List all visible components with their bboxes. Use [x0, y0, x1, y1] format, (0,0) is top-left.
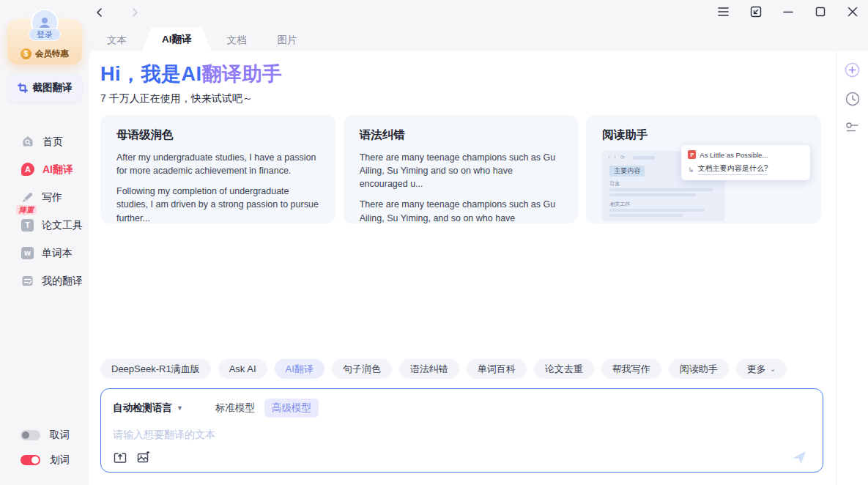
chip-help-write[interactable]: 帮我写作 — [601, 359, 661, 379]
reply-arrow-icon: ↳ — [688, 166, 694, 174]
card-grammar-check[interactable]: 语法纠错 There are many teenage champions su… — [344, 115, 579, 223]
screenshot-translate-label: 截图翻译 — [33, 81, 73, 95]
mock-pdf-name: As Little as Possible... — [700, 151, 768, 159]
chip-ai-translate[interactable]: AI翻译 — [275, 359, 324, 379]
mock-question: 文档主要内容是什么? — [698, 163, 768, 175]
feature-cards: 母语级润色 After my undergraduate studies, I … — [100, 115, 821, 223]
chip-reading-assistant[interactable]: 阅读助手 — [669, 359, 729, 379]
right-rail — [836, 51, 868, 485]
chevron-down-icon: ⌄ — [770, 366, 776, 373]
sidebar-item-home[interactable]: 首页 — [0, 127, 89, 155]
language-selector-label: 自动检测语言 — [113, 401, 172, 415]
chip-more[interactable]: 更多⌄ — [736, 359, 787, 379]
pen-icon — [21, 191, 34, 204]
nav-forward-button[interactable] — [128, 6, 141, 19]
chip-grammar-check[interactable]: 语法纠错 — [399, 359, 459, 379]
home-search-icon — [21, 135, 34, 148]
new-session-icon[interactable] — [845, 62, 860, 78]
sidebar-item-label: 论文工具 — [42, 220, 83, 230]
card-title: 阅读助手 — [602, 127, 805, 143]
card-title: 语法纠错 — [360, 127, 563, 143]
model-advanced-button[interactable]: 高级模型 — [264, 399, 319, 418]
sidebar-item-label: AI翻译 — [42, 164, 73, 174]
coin-icon: $ — [21, 48, 31, 59]
quick-action-chips: DeepSeek-R1满血版 Ask AI AI翻译 句子润色 语法纠错 单词百… — [100, 359, 787, 379]
chip-paper-dedup[interactable]: 论文去重 — [534, 359, 594, 379]
settings-slider-icon[interactable] — [845, 119, 860, 135]
sidebar-item-wordbook[interactable]: w 单词本 — [0, 239, 89, 267]
mock-chat-popup: P As Little as Possible... ↳ 文档主要内容是什么? — [681, 145, 810, 180]
screenshot-translate-button[interactable]: 截图翻译 — [7, 73, 82, 103]
window-controls — [717, 5, 858, 18]
mock-section-2: 相关工作 — [609, 201, 630, 208]
sidebar-item-label: 写作 — [42, 192, 62, 202]
minimize-icon[interactable] — [782, 5, 794, 18]
history-doc-icon — [21, 275, 34, 287]
pdf-icon: P — [688, 150, 696, 159]
capture-word-toggle[interactable] — [21, 430, 40, 440]
mock-menu-label: 主要内容 — [609, 166, 645, 177]
sidebar-item-my-translations[interactable]: 我的翻译 — [0, 267, 89, 295]
hero: Hi，我是AI翻译助手 7 千万人正在使用，快来试试吧～ — [100, 61, 283, 105]
chip-ask-ai[interactable]: Ask AI — [218, 359, 267, 379]
tab-document[interactable]: 文档 — [212, 29, 262, 52]
close-icon[interactable] — [846, 5, 858, 18]
chip-word-encyclopedia[interactable]: 单词百科 — [467, 359, 527, 379]
select-word-label: 划词 — [50, 453, 70, 467]
page-subtitle: 7 千万人正在使用，快来试试吧～ — [100, 92, 283, 105]
model-standard-button[interactable]: 标准模型 — [215, 401, 255, 415]
card-paragraph: Following my completion of undergraduate… — [116, 185, 319, 223]
translate-input[interactable]: 请输入想要翻译的文本 — [113, 429, 811, 442]
history-icon[interactable] — [845, 91, 860, 106]
mode-tabs: 文本 AI翻译 文档 图片 — [92, 27, 313, 51]
language-selector[interactable]: 自动检测语言 ▼ — [113, 401, 183, 415]
translate-composer: 自动检测语言 ▼ 标准模型 高级模型 请输入想要翻译的文本 — [100, 388, 823, 473]
capture-word-label: 取词 — [50, 429, 70, 442]
chip-deepseek[interactable]: DeepSeek-R1满血版 — [100, 359, 211, 379]
mock-browser-chrome: ‹ › ⟳ — [608, 155, 626, 160]
sidebar-item-label: 我的翻译 — [42, 275, 83, 286]
select-word-toggle[interactable] — [21, 455, 40, 465]
tab-ai-translate[interactable]: AI翻译 — [142, 27, 212, 52]
maximize-icon[interactable] — [814, 5, 826, 18]
card-title: 母语级润色 — [116, 127, 319, 143]
login-button[interactable]: 登录 — [29, 28, 61, 41]
member-offer-card[interactable]: 登录 $ 会员特惠 — [7, 19, 82, 64]
tab-image[interactable]: 图片 — [262, 29, 313, 52]
sidebar-toggles: 取词 划词 — [21, 425, 70, 475]
upload-image-icon[interactable] — [137, 451, 151, 465]
card-paragraph: There are many teenage champions such as… — [360, 198, 563, 223]
paper-tools-icon: T — [21, 219, 34, 232]
content-area: Hi，我是AI翻译助手 7 千万人正在使用，快来试试吧～ 母语级润色 After… — [89, 51, 836, 485]
sidebar-menu: 首页 A AI翻译 写作 降重 T 论文工具 w 单词本 我的翻译 — [0, 127, 89, 295]
compact-mode-icon[interactable] — [749, 5, 762, 18]
reading-assistant-preview: ‹ › ⟳ 主要内容 引言 相关工作 P As Little as Possib… — [602, 151, 725, 221]
chevron-down-icon: ▼ — [177, 404, 183, 412]
page-title: Hi，我是AI翻译助手 — [100, 61, 283, 87]
card-paragraph: There are many teenage champions such as… — [360, 151, 563, 190]
crop-icon — [18, 83, 28, 93]
nav-back-button[interactable] — [93, 6, 106, 19]
sidebar-item-ai-translate[interactable]: A AI翻译 — [0, 155, 89, 183]
member-offer-label: 会员特惠 — [35, 48, 69, 59]
send-button[interactable] — [790, 448, 808, 466]
tab-text[interactable]: 文本 — [92, 29, 142, 52]
sidebar: 登录 $ 会员特惠 截图翻译 首页 A AI翻译 写作 降重 T 论文工具 w … — [0, 0, 89, 485]
main-panel: Hi，我是AI翻译助手 7 千万人正在使用，快来试试吧～ 母语级润色 After… — [89, 51, 868, 485]
card-native-polish[interactable]: 母语级润色 After my undergraduate studies, I … — [100, 115, 335, 223]
sidebar-item-paper-tools[interactable]: 降重 T 论文工具 — [0, 211, 89, 239]
mock-address-pill — [633, 156, 655, 160]
card-reading-assistant[interactable]: 阅读助手 ‹ › ⟳ 主要内容 引言 相关工作 P As Little as P… — [586, 115, 821, 223]
app-window: { "account": { "login_label": "登录", "mem… — [0, 0, 868, 485]
sidebar-item-label: 单词本 — [42, 248, 73, 258]
upload-file-icon[interactable] — [114, 451, 127, 465]
wordbook-icon: w — [21, 247, 34, 259]
ai-translate-icon: A — [21, 163, 34, 176]
card-paragraph: After my undergraduate studies, I have a… — [116, 151, 319, 177]
menu-icon[interactable] — [717, 5, 730, 18]
mock-section-1: 引言 — [609, 180, 620, 188]
chip-sentence-polish[interactable]: 句子润色 — [332, 359, 392, 379]
sidebar-item-writing[interactable]: 写作 — [0, 183, 89, 211]
discount-badge: 降重 — [16, 205, 37, 215]
sidebar-item-label: 首页 — [42, 136, 63, 147]
